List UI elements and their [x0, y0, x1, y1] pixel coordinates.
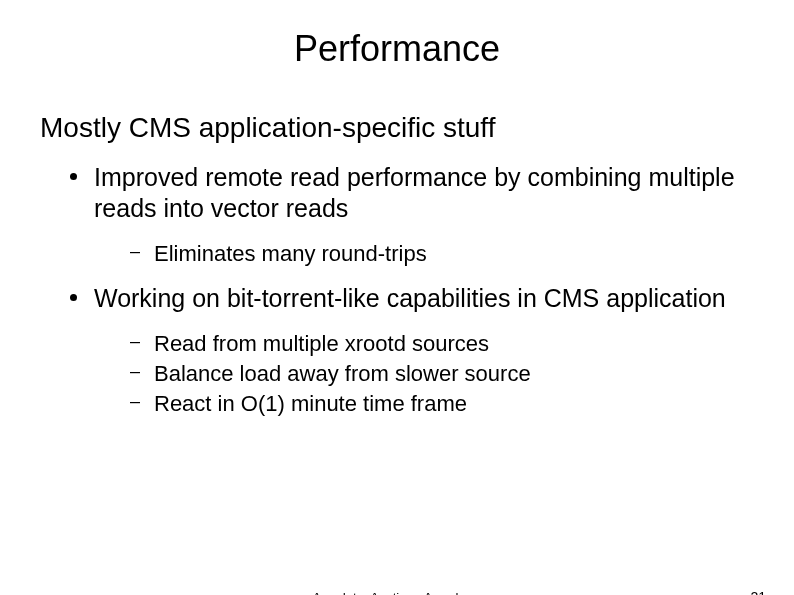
bullet-item: Working on bit-torrent-like capabilities…	[66, 283, 754, 419]
bullet-text: Improved remote read performance by comb…	[94, 163, 735, 222]
slide-content: Improved remote read performance by comb…	[40, 162, 754, 418]
bullet-list: Improved remote read performance by comb…	[40, 162, 754, 418]
page-number: 21	[750, 589, 766, 595]
sub-bullet-list: Eliminates many round-trips	[94, 239, 754, 269]
sub-bullet-item: React in O(1) minute time frame	[124, 389, 754, 419]
sub-bullet-item: Balance load away from slower source	[124, 359, 754, 389]
slide-title: Performance	[0, 28, 794, 70]
sub-bullet-item: Read from multiple xrootd sources	[124, 329, 754, 359]
slide: Performance Mostly CMS application-speci…	[0, 28, 794, 595]
sub-bullet-list: Read from multiple xrootd sources Balanc…	[94, 329, 754, 418]
sub-bullet-item: Eliminates many round-trips	[124, 239, 754, 269]
bullet-item: Improved remote read performance by comb…	[66, 162, 754, 269]
bullet-text: Working on bit-torrent-like capabilities…	[94, 284, 726, 312]
slide-footer: Any data, Anytime, Anywhere	[0, 590, 794, 595]
slide-subtitle: Mostly CMS application-specific stuff	[40, 112, 794, 144]
